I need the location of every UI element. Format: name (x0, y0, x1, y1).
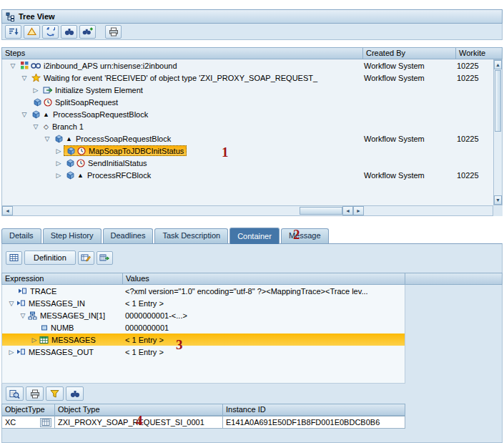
cube-icon (54, 134, 64, 143)
block-marker-icon: ▲ (77, 172, 84, 179)
expand-node-icon[interactable]: ▷ (31, 87, 41, 94)
expression-row[interactable]: ▷MESSAGES< 1 Entry > (2, 334, 405, 346)
column-header-workite[interactable]: Workite (456, 47, 503, 59)
tab-label: Deadlines (111, 231, 146, 240)
print-list-button[interactable] (26, 386, 44, 401)
expression-row[interactable]: ▽MESSAGES_IN[1]0000000001-<...> (2, 309, 405, 321)
tree-row[interactable]: ▽▲ProcessSoapRequestBlock (2, 108, 493, 120)
expression-tree: TRACE<?xml version="1.0" encoding="utf-8… (1, 285, 405, 384)
find-object-button[interactable] (66, 386, 84, 401)
tab-step-history[interactable]: Step History (43, 228, 102, 243)
definition-button[interactable]: Definition (24, 250, 76, 265)
workitem-value: 10225 (457, 135, 493, 143)
tree-row[interactable]: ▷▲ProcessRFCBlockWorkflow System10225 (2, 169, 493, 181)
export-icon (99, 253, 109, 262)
expand-node-icon[interactable]: ▷ (29, 336, 39, 344)
sort-icon (9, 27, 19, 36)
scroll-left-icon[interactable] (342, 206, 353, 215)
tab-details[interactable]: Details (1, 228, 41, 243)
step-item: SendInitialStatus (64, 157, 149, 168)
tree-row[interactable]: ▷MapSoapToJDBCInitStatus (2, 145, 493, 157)
layout-button[interactable] (6, 251, 22, 265)
step-item: ▲ProcessRFCBlock (64, 170, 153, 180)
clock-icon (76, 159, 85, 167)
scrollbar-thumb[interactable] (495, 70, 501, 132)
expand-node-icon[interactable]: ▷ (54, 172, 64, 179)
find-next-button[interactable] (79, 25, 96, 39)
tree-row[interactable]: ▽▲ProcessSoapRequestBlockWorkflow System… (2, 132, 493, 145)
column-header-values[interactable]: Values (123, 273, 405, 285)
filter-icon (50, 389, 59, 398)
column-header-label: Object Type (58, 405, 100, 414)
expression-value: < 1 Entry > (125, 348, 404, 356)
expression-value: < 1 Entry > (125, 299, 404, 308)
find-button[interactable] (61, 25, 77, 39)
step-label: MapSoapToJDBCInitStatus (87, 147, 184, 155)
column-header-steps[interactable]: Steps (1, 47, 363, 59)
scroll-down-icon[interactable] (494, 195, 502, 205)
tree-horizontal-scrollbar[interactable] (1, 205, 493, 216)
scrollbar-thumb[interactable] (300, 207, 342, 215)
tab-task-description[interactable]: Task Description (154, 228, 228, 243)
tree-row[interactable]: ▽◇Branch 1 (2, 120, 493, 132)
step-item: ◇Branch 1 (41, 121, 86, 132)
display-details-button[interactable] (6, 386, 24, 401)
tab-deadlines[interactable]: Deadlines (103, 228, 154, 243)
annotation-2: 2 (293, 228, 300, 241)
column-header-created-by[interactable]: Created By (363, 47, 456, 59)
scroll-left-icon[interactable] (2, 206, 13, 215)
collapse-node-icon[interactable]: ▽ (6, 300, 16, 307)
expand-node-icon[interactable]: ▷ (54, 160, 64, 167)
collapse-node-icon[interactable]: ▽ (19, 74, 29, 82)
field-icon (41, 324, 48, 331)
tree-row[interactable]: ▽i2inbound_APS urn:hisense:i2inboundWork… (2, 59, 493, 72)
expand-node-icon[interactable]: ▷ (6, 349, 16, 356)
expression-row[interactable]: TRACE<?xml version="1.0" encoding="utf-8… (2, 285, 405, 297)
filter-button[interactable] (46, 386, 64, 401)
binoculars-icon (70, 390, 80, 398)
expression-row[interactable]: ▽MESSAGES_IN< 1 Entry > (2, 297, 405, 309)
workitem-value: 10225 (457, 62, 493, 70)
export-button[interactable] (97, 251, 113, 265)
binoculars-icon (64, 28, 74, 36)
change-view-button[interactable] (78, 251, 94, 265)
param-icon (16, 299, 26, 307)
scroll-right-icon[interactable] (353, 206, 364, 215)
expand-node-icon[interactable]: ▷ (54, 147, 64, 155)
instance-id-cell[interactable]: E141A0A691E50DF1B8FD001E0BDCB0B6 (223, 416, 405, 429)
column-header-expression[interactable]: Expression (1, 273, 123, 285)
tree-row[interactable]: ▷SendInitialStatus (2, 157, 493, 169)
instance-id-value: E141A0A691E50DF1B8FD001E0BDCB0B6 (226, 418, 380, 427)
collapse-node-icon[interactable]: ▽ (18, 312, 28, 319)
expression-name: MESSAGES_OUT (26, 348, 94, 356)
column-header-objecttype[interactable]: ObjectType (1, 404, 55, 416)
object-type-key-cell[interactable]: XC (1, 416, 55, 429)
tree-row[interactable]: ▷Initialize System Element (2, 84, 493, 96)
expand-collapse-button[interactable] (24, 25, 40, 39)
column-header-instance-id[interactable]: Instance ID (223, 404, 405, 416)
refresh-button[interactable] (42, 25, 59, 39)
step-label: ProcessSoapRequestBlock (74, 135, 171, 143)
matchcode-icon[interactable] (40, 418, 51, 427)
sort-descending-button[interactable] (5, 25, 21, 39)
collapse-node-icon[interactable]: ▽ (8, 62, 18, 69)
up-triangle-icon (27, 27, 36, 36)
scroll-up-icon[interactable] (494, 60, 502, 69)
tree-row[interactable]: SplitSoapRequest (2, 96, 493, 108)
object-table-row[interactable]: XCZXI_PROXY_SOAP_REQUEST_SI_0001E141A0A6… (1, 416, 407, 429)
expression-row[interactable]: NUMB0000000001 (2, 321, 405, 334)
collapse-node-icon[interactable]: ▽ (42, 135, 52, 142)
step-label: ProcessSoapRequestBlock (51, 110, 148, 119)
annotation-4: 4 (136, 414, 143, 427)
expression-value: < 1 Entry > (125, 336, 404, 344)
created-by-value: Workflow System (364, 74, 455, 82)
tree-row[interactable]: ▽Waiting for event 'RECEIVED' of object … (2, 72, 493, 84)
collapse-node-icon[interactable]: ▽ (31, 123, 41, 130)
print-button[interactable] (105, 25, 122, 39)
tab-label: Step History (51, 231, 94, 240)
expression-row[interactable]: ▷MESSAGES_OUT< 1 Entry > (2, 346, 405, 358)
collapse-node-icon[interactable]: ▽ (19, 111, 29, 118)
tab-message[interactable]: Message (281, 228, 329, 243)
tree-vertical-scrollbar[interactable] (493, 59, 503, 205)
tab-container[interactable]: Container (229, 228, 280, 244)
